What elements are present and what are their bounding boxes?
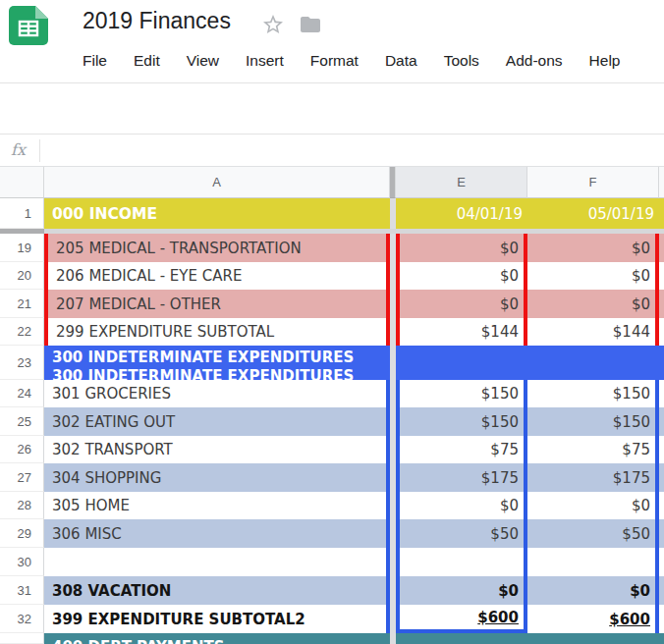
cell-g: [659, 633, 664, 644]
row-number[interactable]: 22: [0, 318, 44, 346]
cell-f[interactable]: $0: [527, 576, 659, 605]
cell-a[interactable]: 299 EXPENDITURE SUBTOTAL: [44, 318, 390, 346]
cell-a[interactable]: 300 INDETERMINATE EXPENDITURES300 INDETE…: [44, 346, 390, 380]
cell-e[interactable]: $600: [396, 605, 527, 633]
cell-e[interactable]: $0: [396, 492, 527, 519]
cell-e[interactable]: [396, 346, 527, 380]
toolbar: 100% $ % .0 ← .00 → 123 Century Go...: [0, 83, 664, 134]
menu-data[interactable]: Data: [385, 52, 417, 70]
folder-icon[interactable]: [299, 13, 322, 36]
row-27: 27 304 SHOPPING $175 $175: [0, 463, 664, 492]
row-number[interactable]: 1: [0, 198, 44, 229]
cell-a[interactable]: 304 SHOPPING: [44, 463, 390, 492]
row-29: 29 306 MISC $50 $50: [0, 519, 664, 548]
row-number[interactable]: 19: [0, 234, 44, 262]
column-header-g[interactable]: [659, 167, 664, 198]
hidden-rows-divider[interactable]: [0, 229, 664, 234]
cell-f[interactable]: [527, 346, 659, 380]
column-header-a[interactable]: A: [44, 167, 390, 198]
cell-e[interactable]: $0: [396, 262, 527, 290]
row-number[interactable]: 30: [0, 548, 44, 576]
cell-e[interactable]: $150: [396, 407, 527, 436]
row-number[interactable]: 24: [0, 380, 44, 407]
menu-help[interactable]: Help: [589, 52, 621, 70]
cell-e[interactable]: $0: [396, 234, 527, 262]
cell-f[interactable]: $0: [527, 492, 659, 519]
cell-a[interactable]: [44, 548, 390, 576]
cell-f[interactable]: $150: [527, 380, 659, 407]
menu-tools[interactable]: Tools: [444, 52, 479, 70]
cell-a[interactable]: 301 GROCERIES: [44, 380, 390, 407]
cell-g: [659, 290, 664, 318]
cell-g: [659, 463, 664, 492]
column-headers: A E F: [0, 167, 664, 198]
cell-a[interactable]: 308 VACATION: [44, 576, 390, 605]
cell-e[interactable]: 04/01/19: [396, 198, 527, 229]
menu-view[interactable]: View: [187, 52, 219, 70]
cell-a[interactable]: 206 MEDICAL - EYE CARE: [44, 262, 390, 290]
select-all-corner[interactable]: [0, 167, 44, 198]
cell-e[interactable]: $175: [396, 463, 527, 492]
star-icon[interactable]: [261, 13, 285, 36]
row-number[interactable]: 32: [0, 605, 44, 633]
menu-file[interactable]: File: [83, 52, 107, 70]
cell-f[interactable]: $600: [527, 605, 659, 633]
row-22: 22 299 EXPENDITURE SUBTOTAL $144 $144: [0, 318, 664, 346]
row-number[interactable]: 26: [0, 436, 44, 463]
cell-a[interactable]: 399 EXPENDITURE SUBTOTAL2: [44, 605, 390, 633]
column-header-f[interactable]: F: [527, 167, 659, 198]
sheets-logo[interactable]: [8, 5, 49, 46]
menu-format[interactable]: Format: [310, 52, 359, 70]
row-number[interactable]: 28: [0, 492, 44, 519]
menu-insert[interactable]: Insert: [246, 52, 284, 70]
cell-a[interactable]: 000 INCOME: [44, 198, 390, 229]
cell-f[interactable]: $150: [527, 407, 659, 436]
cell-a[interactable]: 400 DEBT PAYMENTS: [44, 633, 390, 644]
cell-f[interactable]: 05/01/19: [527, 198, 659, 229]
formula-input[interactable]: [47, 138, 656, 163]
cell-a[interactable]: 305 HOME: [44, 492, 390, 519]
cell-f[interactable]: $0: [527, 290, 659, 318]
cell-a[interactable]: 205 MEDICAL - TRANSPORTATION: [44, 234, 390, 262]
cell-f[interactable]: [527, 633, 659, 644]
cell-g: [659, 519, 664, 548]
row-number[interactable]: 21: [0, 290, 44, 318]
row-number[interactable]: 20: [0, 262, 44, 290]
row-number[interactable]: 29: [0, 519, 44, 548]
cell-a[interactable]: 207 MEDICAL - OTHER: [44, 290, 390, 318]
cell-f[interactable]: $50: [527, 519, 659, 548]
cell-e[interactable]: $0: [396, 576, 527, 605]
cell-e[interactable]: $75: [396, 436, 527, 463]
cell-f[interactable]: [527, 548, 659, 576]
cell-f[interactable]: $0: [527, 262, 659, 290]
cell-f[interactable]: $75: [527, 436, 659, 463]
document-title[interactable]: 2019 Finances: [83, 8, 231, 34]
row-number[interactable]: 23: [0, 346, 44, 380]
cell-f[interactable]: $0: [527, 234, 659, 262]
cell-f[interactable]: $144: [527, 318, 659, 346]
menu-add-ons[interactable]: Add-ons: [506, 52, 563, 70]
cell-e[interactable]: $150: [396, 380, 527, 407]
cell-g: [659, 380, 664, 407]
cell-g: [659, 605, 664, 633]
cell-a[interactable]: 306 MISC: [44, 519, 390, 548]
fx-label: fx: [11, 140, 26, 159]
cell-e[interactable]: $144: [396, 318, 527, 346]
row-26: 26 302 TRANSPORT $75 $75: [0, 436, 664, 463]
cell-g: [659, 548, 664, 576]
row-number[interactable]: 33: [0, 633, 44, 644]
cell-e[interactable]: [396, 633, 527, 644]
cell-e[interactable]: $0: [396, 290, 527, 318]
cell-e[interactable]: $50: [396, 519, 527, 548]
column-header-e[interactable]: E: [396, 167, 527, 198]
row-25: 25 302 EATING OUT $150 $150: [0, 407, 664, 436]
row-number[interactable]: 27: [0, 463, 44, 492]
row-number[interactable]: 25: [0, 407, 44, 436]
cell-e[interactable]: [396, 548, 527, 576]
row-number[interactable]: 31: [0, 576, 44, 605]
cell-f[interactable]: $175: [527, 463, 659, 492]
menu-edit[interactable]: Edit: [134, 52, 160, 70]
cell-a[interactable]: 302 TRANSPORT: [44, 436, 390, 463]
cell-a[interactable]: 302 EATING OUT: [44, 407, 390, 436]
cell-g: [659, 198, 664, 229]
